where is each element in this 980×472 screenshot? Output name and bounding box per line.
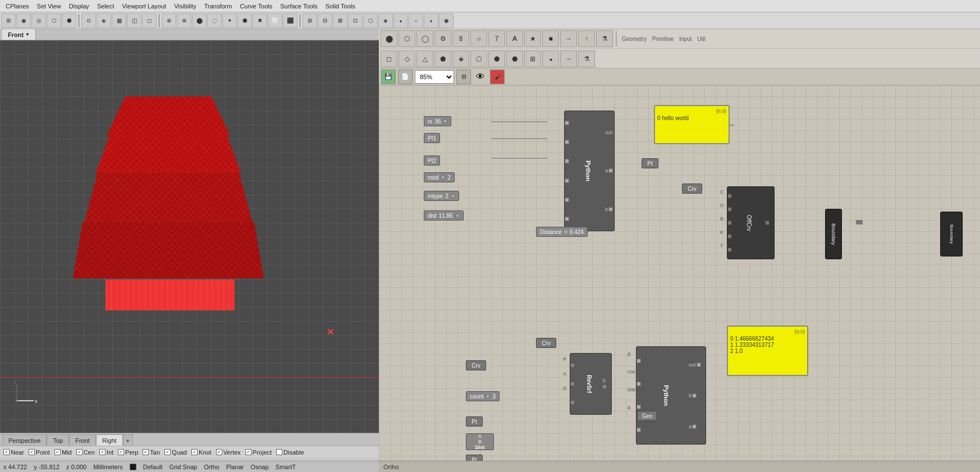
- gh-paint-btn[interactable]: 🖌: [490, 70, 505, 84]
- gh-btn-r2-9[interactable]: ⊞: [524, 51, 541, 67]
- menu-cplanes[interactable]: CPlanes: [2, 2, 33, 10]
- gh-zoom-select[interactable]: 85% 100% 75%: [415, 70, 454, 84]
- gh-btn-7[interactable]: 7: [488, 30, 505, 47]
- gh-btn-r2-11[interactable]: →: [560, 51, 577, 67]
- snap-knot-check[interactable]: [191, 449, 198, 455]
- tab-add[interactable]: +: [123, 434, 133, 446]
- tab-perspective[interactable]: Perspective: [2, 434, 47, 446]
- status-osnap[interactable]: Osnap: [250, 464, 268, 470]
- gh-btn-r2-5[interactable]: ◈: [452, 51, 469, 67]
- menu-viewport-layout[interactable]: Viewport Layout: [118, 2, 170, 10]
- pt-node-bottom1[interactable]: Pt: [466, 416, 483, 427]
- viewport-tab-front[interactable]: Front ▼: [2, 29, 36, 40]
- tool-22[interactable]: ⊡: [348, 13, 363, 28]
- gh-btn-r2-10[interactable]: ⬥: [542, 51, 559, 67]
- gh-btn-r2-12[interactable]: ⚗: [578, 51, 595, 67]
- dist-node-bottom[interactable]: A B Dist: [466, 433, 494, 450]
- gh-btn-A[interactable]: A: [506, 30, 523, 47]
- tool-28[interactable]: ◉: [439, 13, 454, 28]
- tool-20[interactable]: ⊟: [318, 13, 332, 28]
- gh-btn-r2-2[interactable]: ◇: [399, 51, 415, 67]
- input-rx[interactable]: rx 36: [424, 116, 451, 126]
- python-node-top[interactable]: Python out a b: [564, 111, 615, 231]
- input-pt1[interactable]: Pt1: [424, 133, 440, 143]
- snap-quad[interactable]: Quad: [164, 449, 187, 456]
- viewport-tab-arrow[interactable]: ▼: [25, 32, 30, 37]
- tool-view2[interactable]: ◎: [31, 13, 46, 28]
- gh-btn-r2-3[interactable]: △: [416, 51, 433, 67]
- tool-25[interactable]: ⬥: [393, 13, 408, 28]
- status-gridsnap[interactable]: Grid Snap: [170, 464, 198, 470]
- tab-top[interactable]: Top: [47, 434, 69, 446]
- gh-doc-btn[interactable]: 📄: [398, 70, 413, 84]
- snap-quad-check[interactable]: [164, 449, 171, 455]
- gh-btn-r2-8[interactable]: ⬣: [506, 51, 523, 67]
- tool-21[interactable]: ⊠: [333, 13, 347, 28]
- tool-7[interactable]: ▦: [112, 13, 126, 28]
- snap-mid[interactable]: Mid: [54, 449, 72, 456]
- snap-project-check[interactable]: [245, 449, 251, 455]
- tool-14[interactable]: ✦: [222, 13, 237, 28]
- tab-right[interactable]: Right: [96, 434, 123, 446]
- snap-near[interactable]: Near: [3, 449, 24, 456]
- tool-27[interactable]: ⬧: [424, 13, 438, 28]
- status-planar[interactable]: Planar: [226, 464, 244, 470]
- snap-project[interactable]: Project: [245, 449, 272, 456]
- input-mod[interactable]: mod 2: [424, 172, 455, 182]
- gh-btn-up[interactable]: ↑: [578, 30, 595, 47]
- tool-26[interactable]: ⬦: [409, 13, 423, 28]
- snap-tan[interactable]: Tan: [143, 449, 160, 456]
- snap-int-check[interactable]: [99, 449, 106, 455]
- tool-cplane[interactable]: ⊞: [1, 13, 16, 28]
- tool-23[interactable]: ⬡: [363, 13, 378, 28]
- tool-15[interactable]: ⬟: [237, 13, 252, 28]
- snap-point-check[interactable]: [29, 449, 35, 455]
- gh-btn-arrow-r[interactable]: →: [560, 30, 577, 47]
- tool-view4[interactable]: ⬢: [62, 13, 76, 28]
- tool-16[interactable]: ✖: [253, 13, 267, 28]
- gh-btn-star[interactable]: ★: [524, 30, 541, 47]
- tool-5[interactable]: ⊙: [81, 13, 96, 28]
- snap-mid-check[interactable]: [54, 449, 61, 455]
- menu-surface-tools[interactable]: Surface Tools: [277, 2, 320, 10]
- tool-13[interactable]: ◌: [207, 13, 222, 28]
- snap-cen-check[interactable]: [76, 449, 83, 455]
- offcrv-node[interactable]: OffCrv: [727, 186, 775, 259]
- snap-knot[interactable]: Knot: [191, 449, 212, 456]
- tool-17[interactable]: ⬜: [268, 13, 282, 28]
- gh-eye-btn[interactable]: 👁: [473, 70, 488, 84]
- gh-btn-flask[interactable]: ⚗: [596, 30, 613, 47]
- menu-visibility[interactable]: Visibility: [171, 2, 200, 10]
- gh-btn-r2-1[interactable]: ◻: [381, 51, 397, 67]
- gh-btn-8[interactable]: 8: [452, 30, 469, 47]
- menu-setview[interactable]: Set View: [34, 2, 65, 10]
- menu-transform[interactable]: Transform: [201, 2, 236, 10]
- boundary-node[interactable]: Boundary: [825, 209, 842, 259]
- crv-node-top[interactable]: Crv: [682, 184, 702, 194]
- tool-24[interactable]: ◈: [378, 13, 393, 28]
- distance-node[interactable]: Distance 0.424: [536, 227, 588, 237]
- tool-18[interactable]: ⬛: [283, 13, 297, 28]
- gh-btn-r2-7[interactable]: ⬢: [488, 51, 505, 67]
- input-count[interactable]: count 3: [466, 391, 500, 401]
- geo-node[interactable]: Geo: [637, 411, 657, 421]
- input-dist[interactable]: dist 11.86: [424, 210, 464, 221]
- gh-btn-hex1[interactable]: ⬡: [399, 30, 415, 47]
- menu-curve-tools[interactable]: Curve Tools: [236, 2, 276, 10]
- snap-int[interactable]: Int: [99, 449, 113, 456]
- snap-tan-check[interactable]: [143, 449, 149, 455]
- gh-canvas[interactable]: rx 36 Pt1 Pt2 mod 2 mtype 2: [379, 85, 980, 461]
- revsrf-node[interactable]: RevSrf S: [570, 353, 612, 415]
- tool-11[interactable]: ⊗: [177, 13, 191, 28]
- tool-8[interactable]: ◫: [127, 13, 141, 28]
- snap-perp-check[interactable]: [118, 449, 124, 455]
- crv-node-bottom2[interactable]: Crv: [466, 360, 486, 370]
- crv-node-bottom[interactable]: Crv: [536, 338, 556, 348]
- far-right-node[interactable]: Boundary: [940, 212, 963, 256]
- menu-display[interactable]: Display: [66, 2, 93, 10]
- status-smart[interactable]: SmartT: [276, 464, 296, 470]
- input-pt2[interactable]: Pt2: [424, 155, 440, 166]
- snap-cen[interactable]: Cen: [76, 449, 95, 456]
- snap-vertex-check[interactable]: [216, 449, 222, 455]
- pt-node-bottom2[interactable]: Pt: [466, 455, 483, 461]
